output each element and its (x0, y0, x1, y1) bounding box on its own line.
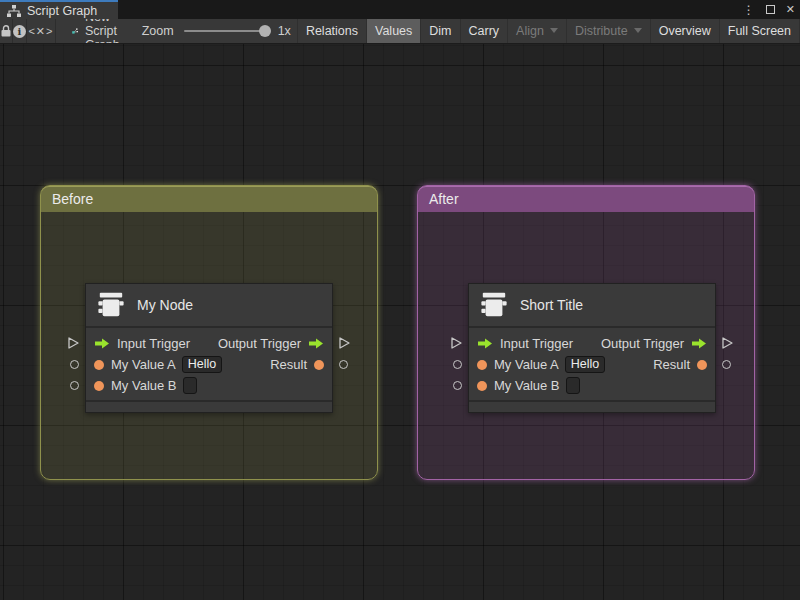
maximize-icon[interactable] (766, 5, 775, 14)
unit-node-icon (479, 291, 509, 319)
value-input-connection-point[interactable] (70, 360, 79, 369)
flow-in-port-icon[interactable] (477, 338, 493, 349)
tab-script-graph[interactable]: Script Graph (0, 0, 118, 19)
group-title: Before (52, 191, 93, 207)
port-row: My Value B (469, 375, 715, 396)
value-output-connection-point[interactable] (722, 360, 731, 369)
node-body: Input Trigger Output Trigger My Value A … (86, 328, 332, 400)
value-input-connection-point[interactable] (453, 360, 462, 369)
group-title: After (429, 191, 459, 207)
graph-canvas[interactable]: Before After My Node (0, 44, 800, 600)
overview-button[interactable]: Overview (650, 19, 719, 44)
port-row: Input Trigger Output Trigger (469, 333, 715, 354)
lock-icon (0, 24, 12, 38)
value-input-field[interactable]: Hello (182, 356, 223, 373)
value-input-connection-point[interactable] (453, 381, 462, 390)
zoom-value: 1x (278, 24, 291, 38)
value-input-field[interactable] (566, 377, 580, 394)
zoom-slider-handle[interactable] (259, 25, 271, 37)
graph-asset-name: New Script Graph (85, 19, 128, 44)
graph-toolbar: i <✕> New Script Graph Zoom 1x Relations… (0, 19, 800, 44)
port-row: My Value B (86, 375, 332, 396)
dim-button[interactable]: Dim (420, 19, 459, 44)
node-title: Short Title (520, 297, 583, 313)
port-label: Result (653, 357, 690, 372)
value-in-port-icon[interactable] (477, 360, 487, 370)
tab-title: Script Graph (27, 4, 97, 18)
port-label: Input Trigger (500, 336, 573, 351)
close-icon[interactable]: ✕ (786, 3, 795, 16)
node-header[interactable]: Short Title (469, 284, 715, 328)
flow-out-port-icon[interactable] (308, 338, 324, 349)
value-output-connection-point[interactable] (339, 360, 348, 369)
lock-button[interactable] (0, 19, 12, 44)
graph-hierarchy-icon (7, 5, 21, 17)
carry-button[interactable]: Carry (460, 19, 508, 44)
value-out-port-icon[interactable] (697, 360, 707, 370)
toolbar-button-row: Relations Values Dim Carry Align Distrib… (297, 19, 800, 44)
value-out-port-icon[interactable] (314, 360, 324, 370)
node-short-title[interactable]: Short Title Input Trigger Output Trigger… (468, 283, 716, 413)
group-after-header[interactable]: After (418, 186, 754, 212)
fullscreen-button[interactable]: Full Screen (719, 19, 800, 44)
port-row: My Value A Hello Result (86, 354, 332, 375)
group-before-header[interactable]: Before (41, 186, 377, 212)
port-label: My Value A (494, 357, 559, 372)
zoom-label: Zoom (142, 24, 174, 38)
toolbar-separator (55, 19, 56, 44)
code-preview-button[interactable]: <✕> (27, 19, 55, 44)
align-dropdown-button[interactable]: Align (507, 19, 566, 44)
flow-in-port-icon[interactable] (94, 338, 110, 349)
flow-input-connection-point[interactable] (67, 336, 80, 354)
values-button[interactable]: Values (366, 19, 420, 44)
flow-out-port-icon[interactable] (691, 338, 707, 349)
value-input-field[interactable] (183, 377, 197, 394)
node-footer (469, 400, 715, 412)
value-input-connection-point[interactable] (70, 381, 79, 390)
port-label: Output Trigger (218, 336, 301, 351)
flow-output-connection-point[interactable] (338, 336, 351, 354)
code-icon: <✕> (28, 25, 53, 38)
info-icon: i (13, 25, 26, 38)
node-title: My Node (137, 297, 193, 313)
value-in-port-icon[interactable] (94, 360, 104, 370)
port-label: Output Trigger (601, 336, 684, 351)
port-label: My Value B (494, 378, 560, 393)
relations-button[interactable]: Relations (297, 19, 366, 44)
script-graph-icon (72, 24, 78, 38)
window-controls: ⋮ ✕ (743, 0, 795, 19)
port-row: Input Trigger Output Trigger (86, 333, 332, 354)
node-header[interactable]: My Node (86, 284, 332, 328)
kebab-menu-icon[interactable]: ⋮ (743, 3, 755, 17)
zoom-slider[interactable] (184, 30, 268, 32)
graph-asset-label[interactable]: New Script Graph (72, 19, 128, 44)
value-in-port-icon[interactable] (94, 381, 104, 391)
flow-output-connection-point[interactable] (721, 336, 734, 354)
unit-node-icon (96, 291, 126, 319)
port-label: My Value B (111, 378, 177, 393)
port-label: My Value A (111, 357, 176, 372)
node-my-node[interactable]: My Node Input Trigger Output Trigger My … (85, 283, 333, 413)
port-label: Input Trigger (117, 336, 190, 351)
value-in-port-icon[interactable] (477, 381, 487, 391)
info-button[interactable]: i (13, 19, 26, 44)
flow-input-connection-point[interactable] (450, 336, 463, 354)
port-label: Result (270, 357, 307, 372)
value-input-field[interactable]: Hello (565, 356, 606, 373)
node-footer (86, 400, 332, 412)
port-row: My Value A Hello Result (469, 354, 715, 375)
node-body: Input Trigger Output Trigger My Value A … (469, 328, 715, 400)
tab-bar: Script Graph ⋮ ✕ (0, 0, 800, 19)
distribute-dropdown-button[interactable]: Distribute (566, 19, 650, 44)
